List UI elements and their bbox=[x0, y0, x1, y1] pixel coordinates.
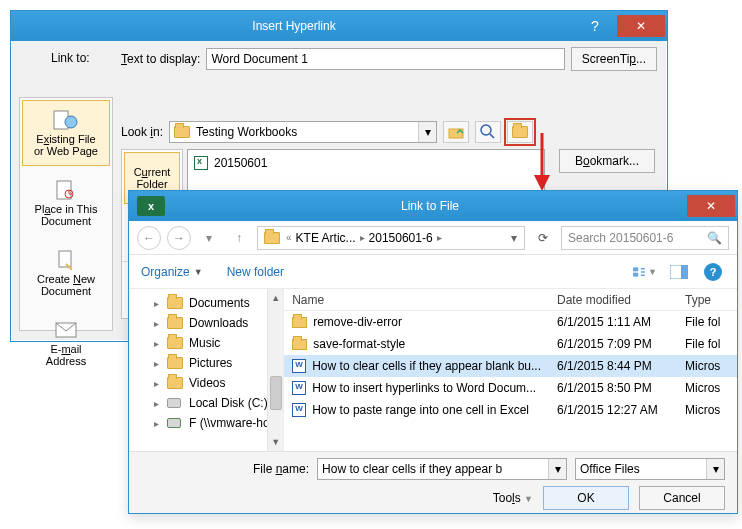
link-to-item-label: Create NewDocument bbox=[37, 273, 95, 297]
folder-icon bbox=[167, 297, 183, 309]
up-one-level-button[interactable] bbox=[443, 121, 469, 143]
browse-web-button[interactable] bbox=[475, 121, 501, 143]
breadcrumb-segment[interactable]: 20150601-6 ▸ bbox=[369, 231, 442, 245]
explorer-toolbar: Organize ▼ New folder ▼ ? bbox=[129, 255, 737, 289]
help-button[interactable]: ? bbox=[701, 262, 725, 282]
close-button[interactable] bbox=[617, 15, 665, 37]
magnifier-globe-icon bbox=[480, 124, 496, 140]
views-icon bbox=[633, 265, 646, 279]
tools-menu[interactable]: Tools ▼ bbox=[493, 491, 533, 505]
file-type-filter[interactable]: Office Files ▾ bbox=[575, 458, 725, 480]
file-list[interactable]: Name Date modified Type remove-div-error… bbox=[284, 289, 737, 451]
file-name: 20150601 bbox=[214, 156, 267, 170]
link-to-file-dialog: x Link to File ← → ▾ ↑ « KTE Artic... ▸ … bbox=[128, 190, 738, 514]
text-to-display-label: Text to display: bbox=[121, 52, 200, 66]
look-in-label: Look in: bbox=[121, 125, 163, 139]
search-input[interactable]: Search 20150601-6 🔍 bbox=[561, 226, 729, 250]
close-button[interactable] bbox=[687, 195, 735, 217]
browse-file-button[interactable] bbox=[507, 121, 533, 143]
folder-icon bbox=[167, 357, 183, 369]
svg-point-5 bbox=[70, 268, 72, 270]
list-item[interactable]: remove-div-error 6/1/2015 1:11 AM File f… bbox=[284, 311, 737, 333]
arrow-right-icon: → bbox=[173, 231, 185, 245]
svg-rect-4 bbox=[59, 251, 71, 267]
chevron-down-icon: ▼ bbox=[648, 267, 657, 277]
list-item[interactable]: How to paste range into one cell in Exce… bbox=[284, 399, 737, 421]
link-to-existing-file[interactable]: Existing Fileor Web Page bbox=[22, 100, 110, 166]
chevron-left-icon: « bbox=[286, 232, 292, 243]
chevron-down-icon: ▾ bbox=[706, 459, 724, 479]
look-in-combo[interactable]: Testing Workbooks ▾ bbox=[169, 121, 437, 143]
chevron-down-icon[interactable]: ▾ bbox=[506, 229, 522, 247]
expand-icon: ▸ bbox=[151, 418, 161, 429]
chevron-down-icon: ▼ bbox=[524, 494, 533, 504]
list-item[interactable]: save-format-style 6/1/2015 7:09 PM File … bbox=[284, 333, 737, 355]
ok-button[interactable]: OK bbox=[543, 486, 629, 510]
search-placeholder: Search 20150601-6 bbox=[568, 231, 673, 245]
preview-pane-button[interactable] bbox=[667, 262, 691, 282]
folder-tree[interactable]: ▸Documents ▸Downloads ▸Music ▸Pictures ▸… bbox=[129, 289, 284, 451]
back-button[interactable]: ← bbox=[137, 226, 161, 250]
screentip-button[interactable]: ScreenTip... bbox=[571, 47, 657, 71]
list-item[interactable]: 20150601 bbox=[194, 154, 538, 172]
tree-item[interactable]: ▸Downloads bbox=[137, 313, 279, 333]
refresh-icon: ⟳ bbox=[538, 231, 548, 245]
organize-menu[interactable]: Organize ▼ bbox=[141, 265, 203, 279]
expand-icon: ▸ bbox=[151, 358, 161, 369]
explorer-navbar: ← → ▾ ↑ « KTE Artic... ▸ 20150601-6 ▸ ▾ … bbox=[129, 221, 737, 255]
forward-button[interactable]: → bbox=[167, 226, 191, 250]
tree-item[interactable]: ▸F (\\vmware-hos bbox=[137, 413, 279, 433]
tree-item[interactable]: ▸Pictures bbox=[137, 353, 279, 373]
breadcrumb[interactable]: « KTE Artic... ▸ 20150601-6 ▸ ▾ bbox=[257, 226, 525, 250]
help-icon bbox=[591, 18, 599, 34]
preview-pane-icon bbox=[670, 265, 688, 279]
close-icon bbox=[706, 199, 716, 213]
globe-page-icon bbox=[52, 109, 80, 131]
column-name[interactable]: Name bbox=[284, 289, 549, 310]
excel-app-icon: x bbox=[137, 196, 165, 216]
folder-open-icon bbox=[512, 126, 528, 138]
folder-up-icon bbox=[448, 125, 464, 139]
scroll-down-icon: ▼ bbox=[269, 435, 283, 449]
dialog-titlebar[interactable]: Insert Hyperlink bbox=[11, 11, 667, 41]
list-item[interactable]: How to clear cells if they appear blank … bbox=[284, 355, 737, 377]
bookmark-button[interactable]: Bookmark... bbox=[559, 149, 655, 173]
link-to-create-new[interactable]: Create NewDocument bbox=[20, 238, 112, 308]
folder-icon bbox=[292, 339, 307, 350]
scroll-thumb[interactable] bbox=[270, 376, 282, 410]
text-to-display-input[interactable] bbox=[206, 48, 564, 70]
word-doc-icon bbox=[292, 381, 306, 395]
chevron-down-icon: ▾ bbox=[206, 231, 212, 245]
link-to-place-in-doc[interactable]: Place in ThisDocument bbox=[20, 168, 112, 238]
tree-scrollbar[interactable]: ▲ ▼ bbox=[267, 289, 283, 451]
link-to-item-label: Existing Fileor Web Page bbox=[34, 133, 98, 157]
tree-item[interactable]: ▸Documents bbox=[137, 293, 279, 313]
tree-item[interactable]: ▸Videos bbox=[137, 373, 279, 393]
tree-item[interactable]: ▸Music bbox=[137, 333, 279, 353]
disk-icon bbox=[167, 398, 181, 408]
word-doc-icon bbox=[292, 359, 306, 373]
file-name-combo[interactable]: How to clear cells if they appear b ▾ bbox=[317, 458, 567, 480]
cancel-button[interactable]: Cancel bbox=[639, 486, 725, 510]
view-options-button[interactable]: ▼ bbox=[633, 262, 657, 282]
look-in-value: Testing Workbooks bbox=[196, 125, 297, 139]
refresh-button[interactable]: ⟳ bbox=[531, 226, 555, 250]
column-date[interactable]: Date modified bbox=[549, 289, 677, 310]
list-item[interactable]: How to insert hyperlinks to Word Docum..… bbox=[284, 377, 737, 399]
chevron-down-icon: ▾ bbox=[548, 459, 566, 479]
column-type[interactable]: Type bbox=[677, 289, 737, 310]
svg-rect-9 bbox=[633, 267, 638, 271]
recent-locations-button[interactable]: ▾ bbox=[197, 226, 221, 250]
new-folder-button[interactable]: New folder bbox=[227, 265, 284, 279]
link-to-email[interactable]: E-mailAddress bbox=[20, 308, 112, 378]
up-button[interactable]: ↑ bbox=[227, 226, 251, 250]
help-button[interactable] bbox=[573, 15, 617, 37]
list-header[interactable]: Name Date modified Type bbox=[284, 289, 737, 311]
tree-item[interactable]: ▸Local Disk (C:) bbox=[137, 393, 279, 413]
word-doc-icon bbox=[292, 403, 306, 417]
breadcrumb-segment[interactable]: KTE Artic... ▸ bbox=[296, 231, 365, 245]
folder-icon bbox=[264, 232, 280, 244]
folder-icon bbox=[167, 337, 183, 349]
dialog-titlebar[interactable]: x Link to File bbox=[129, 191, 737, 221]
svg-rect-10 bbox=[633, 272, 638, 276]
